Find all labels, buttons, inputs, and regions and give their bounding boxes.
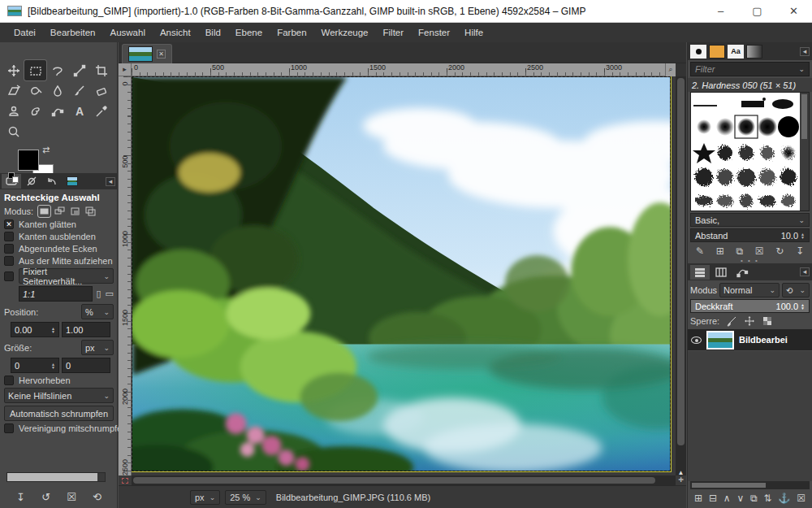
close-button[interactable]: ✕	[775, 0, 812, 23]
fuzzy-select-tool-icon[interactable]	[68, 60, 90, 80]
size-height-input[interactable]: 0	[62, 358, 110, 373]
default-colors-icon[interactable]	[8, 172, 19, 183]
tab-layers[interactable]	[690, 265, 710, 280]
duplicate-layer-icon[interactable]: ⧉	[750, 493, 758, 504]
quick-mask-toggle-icon[interactable]	[119, 475, 132, 485]
image-tab[interactable]: ✕	[122, 44, 172, 63]
ruler-zoom-icon[interactable]: ⌕	[665, 63, 676, 76]
save-preset-icon[interactable]: ↧	[16, 491, 25, 503]
rectangle-select-tool-icon[interactable]	[24, 60, 46, 80]
smudge-tool-icon[interactable]	[24, 101, 46, 121]
horizontal-ruler[interactable]: 0 500 1000 1500 2000 2500 3000	[132, 63, 676, 76]
tab-images[interactable]	[63, 174, 82, 189]
layer-mode-dropdown[interactable]: Normal ⌄	[719, 283, 780, 297]
transform-tool-icon[interactable]	[2, 80, 24, 101]
tab-patterns[interactable]	[709, 45, 725, 59]
tab-undo-history[interactable]	[42, 174, 62, 189]
text-tool-icon[interactable]: A	[68, 101, 90, 121]
position-x-input[interactable]: 0.00 ▲▼	[11, 322, 59, 337]
fixed-dropdown[interactable]: Fixiert Seitenverhält... ⌄	[19, 268, 114, 284]
menu-ebene[interactable]: Ebene	[228, 28, 270, 37]
center-checkbox[interactable]	[4, 256, 14, 266]
brush-filter-input[interactable]: Filter ⌄	[690, 62, 810, 76]
tab-device-status[interactable]	[22, 174, 41, 189]
menu-hilfe[interactable]: Hilfe	[457, 28, 490, 37]
antialias-checkbox[interactable]: ✕	[4, 219, 14, 229]
clone-tool-icon[interactable]	[2, 101, 24, 121]
color-picker-tool-icon[interactable]	[90, 101, 112, 121]
zoom-tool-icon[interactable]	[2, 121, 24, 141]
new-brush-icon[interactable]: ⊞	[716, 245, 724, 257]
layer-list-item[interactable]: Bildbearbei	[688, 329, 812, 350]
paths-tool-icon[interactable]	[46, 101, 68, 121]
size-unit-dropdown[interactable]: px ⌄	[81, 340, 114, 355]
paintbrush-tool-icon[interactable]	[68, 80, 90, 101]
menu-filter[interactable]: Filter	[376, 28, 412, 37]
zoom-dropdown[interactable]: 25 % ⌄	[225, 490, 266, 505]
brush-grid[interactable]	[690, 92, 810, 211]
navigation-button[interactable]: ✛	[676, 475, 686, 485]
lock-alpha-icon[interactable]	[762, 315, 773, 327]
mode-add-icon[interactable]	[54, 206, 66, 217]
lock-pixels-icon[interactable]	[726, 315, 737, 327]
eraser-tool-icon[interactable]	[90, 80, 112, 101]
position-y-input[interactable]: 1.00	[62, 322, 110, 337]
rounded-checkbox[interactable]	[4, 244, 14, 254]
delete-preset-icon[interactable]: ☒	[67, 491, 76, 503]
close-image-icon[interactable]: ✕	[157, 50, 166, 59]
duplicate-brush-icon[interactable]: ⧉	[736, 245, 743, 257]
ratio-input[interactable]: 1:1	[19, 286, 93, 302]
tab-channels[interactable]	[711, 265, 731, 280]
canvas-viewport[interactable]	[132, 76, 676, 475]
tab-fonts[interactable]: Aa	[728, 45, 744, 59]
guides-dropdown[interactable]: Keine Hilfslinien ⌄	[4, 388, 114, 403]
reset-options-icon[interactable]: ⟲	[93, 491, 102, 503]
lock-position-icon[interactable]	[744, 315, 755, 327]
delete-brush-icon[interactable]: ☒	[755, 245, 764, 257]
portrait-icon[interactable]: ▯	[97, 289, 102, 299]
tool-options-scrollbar[interactable]	[6, 472, 106, 482]
vertical-ruler[interactable]: 0 500 1000 1500 2000 2500	[119, 76, 132, 475]
menu-datei[interactable]: Datei	[6, 28, 43, 37]
menu-fenster[interactable]: Fenster	[411, 28, 457, 37]
move-tool-icon[interactable]	[2, 60, 24, 80]
brush-group-dropdown[interactable]: Basic, ⌄	[690, 213, 810, 227]
anchor-layer-icon[interactable]: ⚓	[778, 493, 790, 504]
vertical-scrollbar[interactable]: ▲	[676, 76, 686, 475]
edit-brush-icon[interactable]: ✎	[696, 245, 704, 257]
mode-replace-icon[interactable]	[38, 206, 50, 217]
restore-preset-icon[interactable]: ↺	[41, 491, 50, 503]
refresh-brushes-icon[interactable]: ↻	[775, 245, 784, 257]
merge-layer-icon[interactable]: ⇅	[763, 493, 771, 504]
image-menu-corner-button[interactable]: ▸	[119, 63, 132, 76]
menu-farben[interactable]: Farben	[270, 28, 313, 37]
maximize-button[interactable]: ▢	[739, 0, 775, 23]
menu-ansicht[interactable]: Ansicht	[153, 28, 198, 37]
shrink-merged-checkbox[interactable]	[4, 423, 14, 433]
layers-scrollbar[interactable]	[690, 481, 810, 489]
menu-auswahl[interactable]: Auswahl	[102, 28, 152, 37]
tab-brushes[interactable]	[690, 45, 706, 59]
bucket-fill-tool-icon[interactable]	[24, 80, 46, 101]
menu-werkzeuge[interactable]: Werkzeuge	[314, 28, 376, 37]
minimize-button[interactable]: –	[702, 0, 739, 23]
lower-layer-icon[interactable]: ∨	[736, 493, 744, 504]
new-layer-icon[interactable]: ⊞	[694, 493, 702, 504]
mode-subtract-icon[interactable]	[69, 206, 81, 217]
layer-opacity-slider[interactable]: Deckkraft 100.0 ▲▼	[690, 299, 810, 313]
delete-layer-icon[interactable]: ☒	[797, 493, 806, 504]
auto-shrink-button[interactable]: Automatisch schrumpfen	[4, 406, 114, 421]
tab-gradients[interactable]	[746, 45, 762, 59]
mode-switch-dropdown[interactable]: ⟲ ⌄	[782, 283, 810, 297]
brush-grid-scrollbar[interactable]	[800, 93, 809, 211]
fixed-checkbox[interactable]	[4, 271, 14, 281]
position-unit-dropdown[interactable]: % ⌄	[81, 304, 114, 319]
layer-visibility-eye-icon[interactable]	[691, 336, 702, 344]
brush-spacing-slider[interactable]: Abstand 10.0 ▲▼	[690, 228, 810, 242]
foreground-color-swatch[interactable]	[18, 150, 39, 171]
unit-dropdown[interactable]: px ⌄	[190, 490, 220, 505]
collapse-left-dock-icon[interactable]: ◂	[106, 177, 115, 186]
mode-intersect-icon[interactable]	[84, 206, 97, 217]
menu-bild[interactable]: Bild	[198, 28, 228, 37]
new-layer-group-icon[interactable]: ⊟	[709, 493, 717, 504]
